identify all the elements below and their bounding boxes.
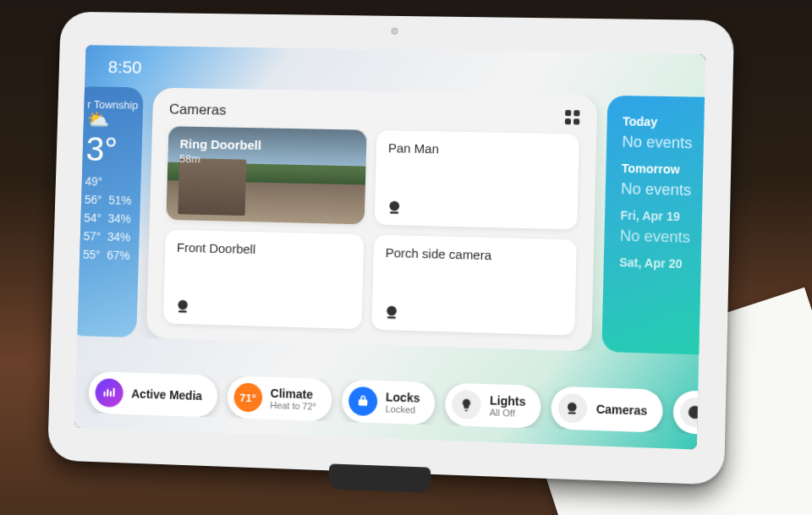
smart-display-device: 8:50 r Township ⛅ 3° 49° 56°51% 54°34% 5…: [47, 12, 734, 485]
environment-background: TRA 5911983125 KSHIRE DR 5911983125 RKSH…: [0, 0, 812, 515]
svg-rect-15: [568, 412, 576, 414]
svg-rect-12: [112, 388, 114, 397]
dock-lights[interactable]: Lights All Off: [445, 383, 541, 429]
camera-name: Pan Man: [388, 140, 568, 158]
weather-row: 49°: [85, 172, 128, 191]
shortcut-dock[interactable]: Active Media 71° Climate Heat to 72°: [75, 371, 699, 435]
camera-name: Porch side camera: [386, 245, 565, 264]
weather-row: 57°34%: [83, 227, 126, 246]
cameras-grid: Ring Doorbell 58m Pan Man: [163, 126, 579, 335]
calendar-day-value: No events: [621, 180, 705, 200]
dock-plugs[interactable]: Plu 3: [673, 390, 699, 434]
svg-rect-8: [387, 316, 396, 319]
svg-rect-18: [696, 410, 698, 414]
dock-cameras[interactable]: Cameras: [551, 386, 663, 433]
svg-rect-10: [107, 389, 108, 397]
dock-locks[interactable]: Locks Locked: [341, 380, 436, 425]
dock-label: Climate: [271, 386, 317, 402]
dock-sublabel: All Off: [490, 407, 526, 419]
svg-rect-9: [103, 392, 105, 397]
camera-icon: [384, 304, 401, 321]
dock-label: Cameras: [596, 403, 648, 418]
dock-label: Lights: [490, 393, 526, 408]
calendar-day-label: Today: [623, 114, 705, 129]
camera-tile-pan-man[interactable]: Pan Man: [375, 130, 579, 229]
calendar-card[interactable]: Today No events Tomorrow No events Fri, …: [601, 96, 705, 355]
weather-cloud-icon: ⛅: [86, 111, 129, 130]
calendar-day-label: Sat, Apr 20: [619, 255, 705, 271]
equalizer-icon: [95, 378, 123, 408]
weather-row: 55°67%: [83, 245, 126, 265]
device-screen-bezel: 8:50 r Township ⛅ 3° 49° 56°51% 54°34% 5…: [74, 45, 705, 449]
cameras-card-title: Cameras: [169, 101, 227, 119]
svg-rect-2: [390, 211, 398, 214]
camera-tile-front-doorbell[interactable]: Front Doorbell: [163, 230, 365, 330]
dock-active-media[interactable]: Active Media: [88, 371, 217, 418]
grid-view-icon[interactable]: [565, 110, 580, 124]
dock-sublabel: Locked: [385, 403, 420, 415]
status-clock: 8:50: [107, 57, 141, 77]
home-screen[interactable]: 8:50 r Township ⛅ 3° 49° 56°51% 54°34% 5…: [74, 45, 705, 449]
dock-label: Locks: [386, 390, 420, 404]
weather-current-temp: 3°: [85, 132, 129, 166]
plug-icon: [680, 397, 698, 428]
dock-climate[interactable]: 71° Climate Heat to 72°: [227, 375, 332, 421]
calendar-day-label: Tomorrow: [622, 162, 705, 178]
svg-rect-11: [110, 391, 112, 397]
cameras-card: Cameras Ring Doorbell 58m: [146, 88, 597, 352]
weather-row: 56°51%: [85, 190, 128, 210]
camera-icon: [175, 299, 192, 314]
dock-sublabel: Heat to 72°: [270, 400, 316, 412]
calendar-day-label: Fri, Apr 19: [620, 208, 705, 224]
camera-icon: [558, 393, 588, 424]
calendar-day-value: No events: [622, 134, 705, 154]
lock-icon: [348, 386, 378, 416]
camera-tile-porch-side[interactable]: Porch side camera: [371, 235, 576, 336]
camera-icon: [387, 200, 403, 215]
device-stand: [329, 463, 431, 493]
cards-row: r Township ⛅ 3° 49° 56°51% 54°34% 57°34%…: [77, 86, 705, 354]
svg-rect-5: [178, 310, 187, 313]
weather-row: 54°34%: [84, 209, 127, 228]
camera-name: Front Doorbell: [177, 240, 352, 259]
svg-rect-17: [694, 410, 695, 414]
climate-temp-badge: 71°: [233, 383, 262, 413]
device-camera-dot: [391, 28, 398, 35]
weather-location: r Township: [87, 98, 130, 112]
dock-label: Active Media: [131, 386, 202, 403]
weather-card[interactable]: r Township ⛅ 3° 49° 56°51% 54°34% 57°34%…: [77, 86, 143, 337]
calendar-day-value: No events: [620, 227, 705, 248]
bulb-icon: [452, 390, 481, 419]
camera-tile-ring-doorbell[interactable]: Ring Doorbell 58m: [166, 126, 366, 224]
